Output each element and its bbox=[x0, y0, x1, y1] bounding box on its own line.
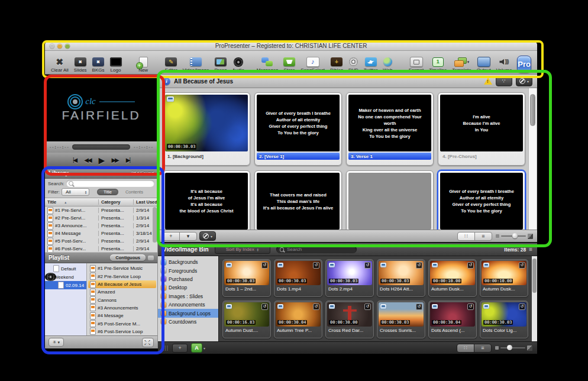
media-thumbnail[interactable]: ↺00:00:30.03Dots 1.mp4 bbox=[274, 259, 322, 297]
slide-3-verse1[interactable]: Maker of heaven and of earth No one can … bbox=[346, 92, 434, 166]
playlist-tree-weekend[interactable]: ▼Weekend bbox=[45, 273, 56, 281]
toolbar-logo[interactable]: Logo bbox=[110, 56, 122, 73]
toolbar-clear-all[interactable]: ✖Clear All bbox=[51, 56, 69, 73]
toolbar-songselect[interactable]: ♪SongSelect bbox=[301, 56, 325, 73]
loop-icon[interactable]: ↺ bbox=[467, 262, 474, 269]
contiguous-button[interactable]: Contiguous bbox=[110, 254, 146, 261]
clear-slide-dropdown-button[interactable]: ▾ bbox=[516, 76, 532, 86]
library-filter-dropdown[interactable]: All▲▼ bbox=[62, 188, 89, 196]
grid-view-button[interactable]: ∷ bbox=[457, 232, 475, 241]
toolbar-output[interactable]: Output bbox=[477, 56, 491, 73]
toolbar-twitter[interactable]: Twitter bbox=[364, 56, 378, 73]
slide-7-blank[interactable] bbox=[346, 170, 434, 230]
toolbar-new[interactable]: New bbox=[138, 56, 148, 73]
slide-8-verse[interactable]: Giver of every breath I breathe Author o… bbox=[438, 170, 525, 230]
skip-back-button[interactable]: |◀ bbox=[73, 157, 76, 163]
bin-folder[interactable]: Foregrounds bbox=[158, 266, 218, 275]
bin-search-input[interactable] bbox=[286, 246, 353, 253]
toolbar-volume[interactable]: )))Volume bbox=[496, 56, 512, 73]
rewind-button[interactable]: ◀◀ bbox=[84, 157, 91, 163]
toolbar-bibles[interactable]: +Bibles bbox=[330, 56, 343, 73]
library-search-input[interactable] bbox=[66, 180, 154, 187]
bin-scrollbar[interactable] bbox=[532, 256, 537, 341]
playlist-item[interactable]: #5 Post-Service M... bbox=[88, 319, 156, 327]
library-row[interactable]: #3 Announce...Presenta...2/9/14 bbox=[45, 222, 157, 230]
add-slide-button[interactable]: + bbox=[162, 232, 180, 241]
slide-5-chorus[interactable]: It's all because of Jesus I'm alive It's… bbox=[163, 170, 250, 230]
loop-icon[interactable]: ↺ bbox=[261, 303, 268, 310]
media-thumbnail[interactable]: ↺00:00:10.00Autumn Dusk... bbox=[428, 259, 477, 297]
toolbar-timeline[interactable]: 1Timeline bbox=[429, 56, 447, 73]
toolbar-props[interactable]: Props bbox=[214, 56, 227, 73]
playlist-action-menu-button[interactable]: ✳▾ bbox=[49, 338, 64, 347]
toolbar-slides[interactable]: ✖Slides bbox=[74, 56, 87, 73]
library-scrollbar[interactable] bbox=[153, 207, 157, 243]
tab-title[interactable]: Title bbox=[97, 189, 118, 195]
add-slide-dropdown[interactable]: ▾ bbox=[179, 232, 197, 241]
loop-icon[interactable]: ↺ bbox=[467, 303, 474, 310]
close-button[interactable] bbox=[50, 44, 54, 49]
slide-6-chorus[interactable]: That covers me and raised This dead man'… bbox=[254, 170, 342, 230]
bin-size-slider[interactable] bbox=[495, 346, 532, 351]
library-row[interactable]: #6 Post-Serv...Presenta...2/9/14 bbox=[45, 245, 157, 252]
bin-folder[interactable]: Images : Slides bbox=[158, 292, 218, 301]
tab-contents[interactable]: Contents bbox=[125, 189, 143, 195]
bin-add-button[interactable]: + bbox=[172, 344, 188, 353]
playlist-tree-date-selected[interactable]: 02.09.14 bbox=[45, 281, 86, 289]
toolbar-web[interactable]: Web bbox=[383, 56, 392, 73]
loop-icon[interactable]: ↺ bbox=[519, 303, 525, 310]
column-category[interactable]: Category bbox=[98, 199, 133, 205]
thumbnail-size-slider[interactable] bbox=[496, 234, 533, 239]
media-thumbnail[interactable]: ↺00:00:30.04Autumn Tree P... bbox=[274, 301, 322, 338]
media-thumbnail[interactable]: ↺00:00:30.00Cross Red Dar... bbox=[325, 301, 374, 338]
slider-thumb[interactable] bbox=[512, 233, 518, 238]
loop-icon[interactable]: ↺ bbox=[364, 262, 371, 269]
playlist-expand-button[interactable]: ↖↗↙↘ bbox=[142, 338, 154, 347]
skip-forward-button[interactable]: ▶| bbox=[126, 157, 130, 163]
minimize-button[interactable] bbox=[57, 44, 62, 49]
library-row[interactable]: #4 MessagePresenta...3/18/14 bbox=[45, 230, 157, 237]
bin-folder[interactable]: Purchased bbox=[158, 275, 218, 283]
library-row[interactable]: #5 Post-Serv...Presenta...2/9/14 bbox=[45, 237, 157, 245]
bin-folder[interactable]: Announcements bbox=[158, 301, 218, 309]
bin-scrollbar-thumb[interactable] bbox=[532, 259, 537, 293]
bin-search-field[interactable] bbox=[276, 246, 357, 253]
list-view-button[interactable]: ≡ bbox=[474, 232, 492, 241]
play-button[interactable]: ▶ bbox=[99, 156, 104, 165]
playlist-item[interactable]: Cannons bbox=[88, 296, 156, 304]
playlist-item[interactable]: Amazed bbox=[88, 288, 156, 296]
media-thumbnail[interactable]: ↺00:00:10.00Autumn Dusk... bbox=[480, 259, 528, 297]
loop-icon[interactable]: ↺ bbox=[313, 303, 319, 310]
toolbar-messages[interactable]: Messages bbox=[257, 56, 278, 73]
bin-folder-selected[interactable]: Background Loops bbox=[158, 309, 218, 317]
zoom-button[interactable] bbox=[65, 44, 70, 49]
playlist-item[interactable]: #6 Post-Service Loop bbox=[88, 328, 156, 335]
toolbar-template[interactable]: ▾Template bbox=[452, 56, 471, 73]
media-thumbnail[interactable]: ↺00:00:30.03Dots 2.mp4 bbox=[325, 259, 374, 297]
loop-icon[interactable]: ↺ bbox=[416, 262, 422, 269]
loop-icon[interactable]: ↺ bbox=[519, 262, 525, 269]
loop-icon[interactable]: ↺ bbox=[313, 262, 319, 269]
bin-folder[interactable]: Desktop bbox=[158, 283, 218, 292]
media-thumbnail[interactable]: ↺00:00:30.03Crosses Sunris... bbox=[377, 301, 425, 338]
bin-green-toggle-button[interactable]: A bbox=[191, 343, 202, 353]
playlist-mode-button[interactable] bbox=[148, 256, 154, 260]
disclosure-triangle-icon[interactable]: ▼ bbox=[47, 275, 50, 279]
slides-scrollbar-thumb[interactable] bbox=[530, 94, 535, 126]
info-icon[interactable]: i bbox=[163, 78, 170, 85]
bin-folder[interactable]: Countdowns bbox=[158, 318, 218, 326]
slides-scrollbar[interactable] bbox=[528, 88, 537, 230]
playlist-item-selected[interactable]: All Because of Jesus bbox=[88, 280, 156, 288]
toolbar-store[interactable]: Store bbox=[283, 56, 295, 73]
media-thumbnail[interactable]: ↺00:00:30.03Dots H264 Att... bbox=[377, 259, 425, 297]
playlist-item[interactable]: #2 Pre-Service Loop bbox=[88, 273, 156, 280]
media-thumbnail[interactable]: ↺00:00:30.03Dots Color Lig... bbox=[480, 301, 528, 338]
slide-2-verse1[interactable]: Giver of every breath I breathe Author o… bbox=[254, 92, 342, 166]
library-row[interactable]: #2 Pre-Servi...Presenta...1/3/14 bbox=[45, 214, 157, 222]
drag-handle-icon[interactable]: ||| bbox=[163, 345, 169, 351]
bin-grid-view-button[interactable]: ∷ bbox=[457, 344, 474, 353]
loop-icon[interactable]: ↺ bbox=[416, 303, 422, 310]
arrangement-button[interactable]: ∵ bbox=[496, 76, 512, 86]
loop-icon[interactable]: ↺ bbox=[364, 303, 371, 310]
playlist-item[interactable]: #1 Pre-Service Music bbox=[88, 264, 156, 272]
